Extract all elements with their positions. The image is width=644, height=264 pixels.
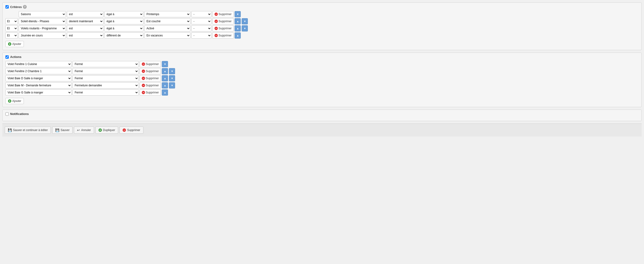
action-row-1: Volet Fenêtre 1 Cuisine Fermé − Supprime… xyxy=(6,61,638,67)
notifications-checkbox[interactable] xyxy=(6,112,9,116)
criteria-op1-2[interactable]: devient maintenant xyxy=(67,18,104,24)
criteria-row-1: Saisons est égal à Printemps - − Supprim… xyxy=(6,11,638,17)
minus-icon-act1: − xyxy=(142,63,145,66)
criteria-connector-2[interactable]: Et xyxy=(6,18,18,24)
minus-icon-act5: − xyxy=(142,91,145,94)
cancel-button[interactable]: ↩ Annuler xyxy=(74,127,94,134)
criteria-op2-2[interactable]: égal à xyxy=(104,18,144,24)
criteria-op1-1[interactable]: est xyxy=(67,11,104,17)
criteria-move-down-2[interactable]: ▼ xyxy=(242,18,248,24)
criteres-header: Critères ? xyxy=(6,5,638,9)
criteria-field-1[interactable]: Saisons xyxy=(19,11,66,17)
criteria-op2-4[interactable]: différent de xyxy=(104,33,144,39)
action-delete-5[interactable]: − Supprimer xyxy=(140,89,161,96)
action-device-1[interactable]: Volet Fenêtre 1 Cuisine xyxy=(6,61,72,67)
action-row-4: Volet Baie M - Demande fermeture Fermetu… xyxy=(6,82,638,89)
actions-title: Actions xyxy=(10,55,22,59)
action-value-2[interactable]: Fermé xyxy=(72,68,139,74)
action-device-2[interactable]: Volet Fenêtre 2 Chambre 1 xyxy=(6,68,72,74)
criteres-section: Critères ? Saisons est égal à Printemps … xyxy=(2,2,642,50)
criteria-move-down-3[interactable]: ▼ xyxy=(242,25,248,32)
criteria-row-4: Et Journée en cours est différent de En … xyxy=(6,33,638,39)
action-move-down-3[interactable]: ▼ xyxy=(169,75,175,81)
criteria-move-up-3[interactable]: ▲ xyxy=(234,25,241,32)
action-move-up-5[interactable]: ▲ xyxy=(162,89,168,96)
cancel-icon: ↩ xyxy=(77,128,80,132)
minus-icon-1: − xyxy=(214,13,218,16)
criteria-value-1[interactable]: Printemps xyxy=(144,11,190,17)
action-move-down-2[interactable]: ▼ xyxy=(169,68,175,74)
action-move-up-3[interactable]: ▲ xyxy=(162,75,168,81)
criteria-dash-2[interactable]: - xyxy=(191,18,212,24)
action-delete-4[interactable]: − Supprimer xyxy=(140,82,161,89)
plus-icon-actions: + xyxy=(8,99,11,103)
actions-section: Actions Volet Fenêtre 1 Cuisine Fermé − … xyxy=(2,53,642,107)
criteria-field-3[interactable]: Volets roulants - Programme xyxy=(19,25,66,32)
minus-icon-3: − xyxy=(214,27,218,30)
criteria-delete-3[interactable]: − Supprimer xyxy=(212,25,234,32)
duplicate-button[interactable]: + Dupliquer xyxy=(96,127,118,134)
criteria-op2-1[interactable]: égal à xyxy=(104,11,144,17)
criteria-value-3[interactable]: Activé xyxy=(144,25,190,32)
minus-icon-act2: − xyxy=(142,70,145,73)
action-device-5[interactable]: Volet Baie G Salle à manger xyxy=(6,89,72,96)
save-continue-icon: 💾 xyxy=(8,128,12,132)
duplicate-icon: + xyxy=(98,128,102,132)
minus-icon-2: − xyxy=(214,20,218,23)
criteria-op1-3[interactable]: est xyxy=(67,25,104,32)
criteria-field-4[interactable]: Journée en cours xyxy=(19,33,66,39)
action-delete-3[interactable]: − Supprimer xyxy=(140,75,161,81)
criteria-value-2[interactable]: Est couché xyxy=(144,18,190,24)
criteria-op1-4[interactable]: est xyxy=(67,33,104,39)
save-icon: 💾 xyxy=(55,128,59,132)
action-row-2: Volet Fenêtre 2 Chambre 1 Fermé − Suppri… xyxy=(6,68,638,74)
page-wrapper: Critères ? Saisons est égal à Printemps … xyxy=(0,0,644,264)
action-delete-2[interactable]: − Supprimer xyxy=(140,68,161,74)
action-row-5: Volet Baie G Salle à manger Fermé − Supp… xyxy=(6,89,638,96)
action-value-4[interactable]: Fermeture demandée xyxy=(72,82,139,89)
criteria-connector-3[interactable]: Et xyxy=(6,25,18,32)
notifications-section: Notifications xyxy=(2,110,642,121)
actions-add-button[interactable]: + Ajouter xyxy=(6,98,24,104)
action-delete-1[interactable]: − Supprimer xyxy=(140,61,161,67)
criteres-title: Critères xyxy=(10,5,22,9)
criteria-value-4[interactable]: En vacances xyxy=(144,33,190,39)
minus-icon-act3: − xyxy=(142,77,145,80)
action-device-4[interactable]: Volet Baie M - Demande fermeture xyxy=(6,82,72,89)
duplicate-plus-icon: + xyxy=(98,128,102,132)
footer-delete-button[interactable]: − Supprimer xyxy=(120,127,143,134)
action-move-up-4[interactable]: ▲ xyxy=(162,82,168,89)
action-value-5[interactable]: Fermé xyxy=(72,89,139,96)
action-move-down-1[interactable]: ▼ xyxy=(162,61,168,67)
criteres-checkbox[interactable] xyxy=(6,5,9,9)
actions-checkbox[interactable] xyxy=(6,55,9,59)
criteria-dash-1[interactable]: - xyxy=(191,11,212,17)
save-button[interactable]: 💾 Sauver xyxy=(52,127,72,134)
criteria-row-2: Et Soleil étendu - Phases devient mainte… xyxy=(6,18,638,24)
action-move-down-4[interactable]: ▼ xyxy=(169,82,175,89)
criteria-delete-4[interactable]: − Supprimer xyxy=(212,33,234,39)
criteria-dash-4[interactable]: - xyxy=(191,33,212,39)
criteria-delete-1[interactable]: − Supprimer xyxy=(212,11,234,17)
criteria-move-up-4[interactable]: ▲ xyxy=(234,33,241,39)
criteria-delete-2[interactable]: − Supprimer xyxy=(212,18,234,24)
footer-bar: 💾 Sauver et continuer à éditer 💾 Sauver … xyxy=(2,123,642,136)
action-move-up-2[interactable]: ▲ xyxy=(162,68,168,74)
criteria-add-button[interactable]: + Ajouter xyxy=(6,41,24,47)
criteria-move-up-2[interactable]: ▲ xyxy=(234,18,241,24)
criteria-move-down-1[interactable]: ▼ xyxy=(234,11,241,17)
footer-delete-icon: − xyxy=(122,128,126,132)
criteria-op2-3[interactable]: égal à xyxy=(104,25,144,32)
action-value-1[interactable]: Fermé xyxy=(72,61,139,67)
criteria-dash-3[interactable]: - xyxy=(191,25,212,32)
action-value-3[interactable]: Fermé xyxy=(72,75,139,81)
minus-icon-4: − xyxy=(214,34,218,37)
action-device-3[interactable]: Volet Baie D Salle à manger xyxy=(6,75,72,81)
criteria-connector-4[interactable]: Et xyxy=(6,33,18,39)
save-continue-button[interactable]: 💾 Sauver et continuer à éditer xyxy=(5,127,51,134)
notifications-header: Notifications xyxy=(6,112,638,116)
plus-icon-criteria: + xyxy=(8,42,11,46)
criteria-row-3: Et Volets roulants - Programme est égal … xyxy=(6,25,638,32)
criteres-help-icon[interactable]: ? xyxy=(23,5,27,9)
criteria-field-2[interactable]: Soleil étendu - Phases xyxy=(19,18,66,24)
